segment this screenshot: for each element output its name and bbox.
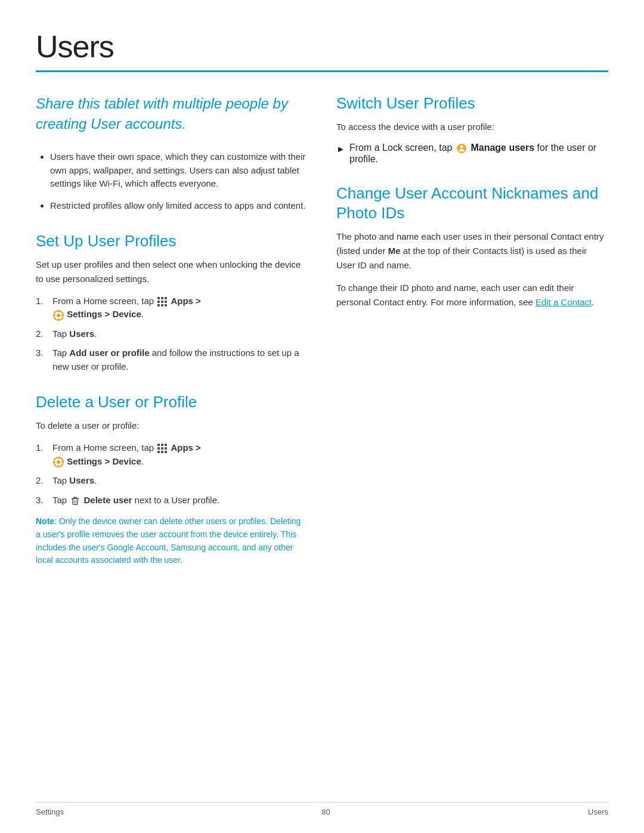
footer-left: Settings — [36, 807, 64, 816]
left-column: Share this tablet with multiple people b… — [36, 94, 308, 586]
svg-rect-2 — [165, 297, 167, 299]
step-bold: Add user or profile — [69, 348, 149, 358]
step-content: Tap Add user or profile and follow the i… — [52, 346, 308, 373]
step-bold: Delete user — [84, 495, 132, 505]
svg-rect-5 — [165, 301, 167, 303]
footer-right: Users — [588, 807, 608, 816]
settings-label: Settings > Device — [67, 456, 141, 466]
step-num: 1. — [36, 295, 49, 308]
list-item: Users have their own space, which they c… — [50, 150, 308, 191]
step-content: Tap Users. — [52, 474, 308, 488]
step-bold: Users — [69, 329, 94, 339]
setup-section: Set Up User Profiles Set up user profile… — [36, 231, 308, 373]
svg-point-10 — [57, 314, 60, 317]
svg-rect-7 — [161, 304, 163, 306]
step-content: Tap — [52, 494, 308, 507]
svg-rect-4 — [161, 301, 163, 303]
setup-step-3: 3. Tap Add user or profile and follow th… — [36, 346, 308, 373]
svg-rect-24 — [165, 447, 167, 450]
intro-bullet-list: Users have their own space, which they c… — [36, 150, 308, 212]
svg-rect-1 — [161, 297, 163, 299]
list-item: Restricted profiles allow only limited a… — [50, 199, 308, 213]
svg-rect-6 — [157, 304, 160, 306]
apps-icon — [157, 443, 168, 454]
delete-title: Delete a User or Profile — [36, 392, 308, 413]
edit-contact-link[interactable]: Edit a Contact — [535, 297, 592, 307]
step-content: From a Home screen, tap — [52, 295, 308, 321]
delete-steps: 1. From a Home screen, tap — [36, 441, 308, 507]
manage-users-label: Manage users — [470, 143, 534, 153]
switch-section: Switch User Profiles To access the devic… — [336, 94, 608, 165]
right-column: Switch User Profiles To access the devic… — [336, 94, 608, 586]
step-content: Tap Users. — [52, 327, 308, 341]
svg-rect-27 — [165, 451, 167, 453]
page-title: Users — [36, 29, 608, 64]
setup-steps: 1. From a Home screen, tap — [36, 295, 308, 374]
title-divider — [36, 70, 608, 72]
footer-center: 80 — [321, 807, 330, 816]
svg-rect-19 — [157, 444, 160, 446]
delete-step-1: 1. From a Home screen, tap — [36, 441, 308, 468]
svg-rect-25 — [157, 451, 160, 453]
apps-label: Apps > — [171, 442, 200, 453]
delete-section: Delete a User or Profile To delete a use… — [36, 392, 308, 567]
step-bold: Users — [69, 475, 94, 485]
svg-rect-20 — [161, 444, 163, 446]
step-content: From a Home screen, tap — [52, 441, 308, 468]
setup-step-1: 1. From a Home screen, tap — [36, 295, 308, 321]
footer: Settings 80 Users — [36, 802, 608, 816]
delete-step-3: 3. Tap — [36, 494, 308, 507]
svg-rect-26 — [161, 451, 163, 453]
svg-point-29 — [57, 460, 60, 464]
note-label: Note — [36, 516, 54, 526]
change-body1: The photo and name each user uses in the… — [336, 230, 608, 272]
switch-title: Switch User Profiles — [336, 94, 608, 114]
svg-rect-21 — [165, 444, 167, 446]
svg-point-45 — [457, 144, 466, 153]
svg-rect-3 — [157, 301, 160, 303]
apps-label: Apps > — [171, 296, 200, 306]
step-num: 1. — [36, 441, 49, 455]
trash-icon — [70, 496, 80, 506]
change-body2: To change their ID photo and name, each … — [336, 281, 608, 309]
svg-rect-38 — [73, 498, 78, 504]
settings-label: Settings > Device — [67, 309, 141, 319]
change-section: Change User Account Nicknames and Photo … — [336, 184, 608, 310]
switch-body: To access the device with a user profile… — [336, 120, 608, 134]
setup-step-2: 2. Tap Users. — [36, 327, 308, 341]
svg-rect-8 — [165, 304, 167, 306]
arrow-text: From a Lock screen, tap Manage users for… — [349, 143, 608, 165]
svg-rect-22 — [157, 447, 160, 450]
step-num: 3. — [36, 346, 49, 360]
note-text: Note: Only the device owner can delete o… — [36, 515, 308, 567]
step-num: 2. — [36, 474, 49, 488]
svg-rect-23 — [161, 447, 163, 450]
settings-icon — [53, 310, 64, 321]
delete-body: To delete a user or profile: — [36, 419, 308, 433]
change-title: Change User Account Nicknames and Photo … — [336, 184, 608, 224]
setup-title: Set Up User Profiles — [36, 231, 308, 252]
step-num: 2. — [36, 327, 49, 341]
intro-italic: Share this tablet with multiple people b… — [36, 94, 308, 134]
step-num: 3. — [36, 494, 49, 507]
svg-rect-0 — [157, 297, 160, 299]
apps-icon — [157, 296, 168, 307]
me-bold: Me — [388, 246, 401, 256]
note-body: : Only the device owner can delete other… — [36, 516, 301, 565]
delete-step-2: 2. Tap Users. — [36, 474, 308, 488]
svg-point-46 — [460, 145, 463, 148]
switch-arrow-item: ► From a Lock screen, tap Manage users f… — [336, 143, 608, 165]
setup-body: Set up user profiles and then select one… — [36, 258, 308, 286]
settings-icon — [53, 457, 64, 467]
manage-users-icon — [456, 143, 467, 154]
arrow-icon: ► — [336, 144, 345, 154]
